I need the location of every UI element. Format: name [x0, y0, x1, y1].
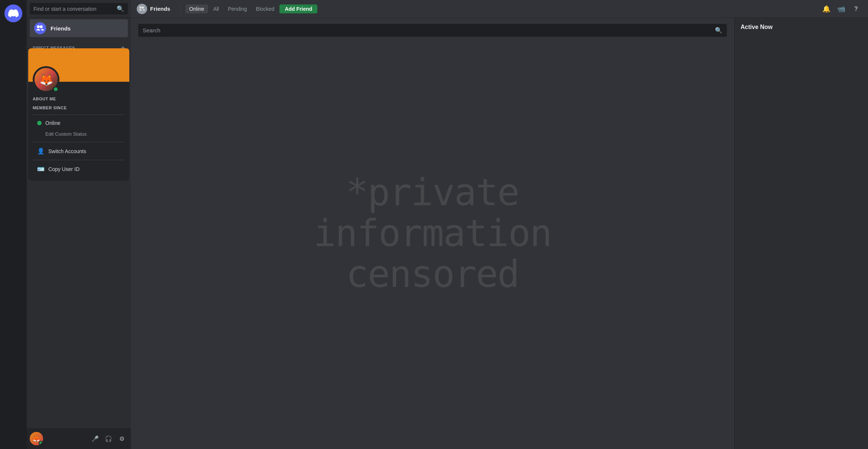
member-since-section: MEMBER SINCE	[33, 106, 125, 110]
settings-button[interactable]: ⚙	[116, 433, 128, 445]
notification-bell-icon: 🔔	[822, 5, 830, 13]
tab-pending[interactable]: Pending	[224, 4, 250, 13]
copy-user-id-item[interactable]: 🪪 Copy User ID	[33, 162, 125, 176]
profile-banner: 🦊	[28, 48, 129, 82]
online-label: Online	[45, 120, 60, 126]
deafen-button[interactable]: 🎧	[103, 433, 114, 445]
switch-accounts-label: Switch Accounts	[48, 148, 86, 154]
deafen-icon: 🎧	[105, 435, 112, 442]
server-bar	[0, 0, 27, 449]
main-content: Friends Online All Pending Blocked Add F…	[131, 0, 868, 449]
user-bar-online-dot	[39, 441, 43, 445]
online-status-menu-item[interactable]: Online	[33, 116, 125, 130]
friends-list-area: 🔍 *private information censored	[131, 18, 734, 449]
video-button[interactable]: 📹	[835, 3, 847, 15]
menu-divider-3	[33, 160, 125, 160]
online-status-dot	[53, 86, 59, 92]
nav-title: Friends	[150, 6, 170, 12]
search-input-wrapper[interactable]: 🔍	[30, 3, 128, 14]
tab-add-friend[interactable]: Add Friend	[279, 4, 317, 13]
notification-bell-button[interactable]: 🔔	[820, 3, 832, 15]
search-friends-bar: 🔍	[138, 24, 727, 37]
about-me-label: ABOUT ME	[33, 97, 125, 101]
friends-label: Friends	[51, 25, 71, 32]
video-icon: 📹	[837, 5, 845, 13]
private-info-overlay: *private information censored	[131, 18, 734, 449]
online-indicator	[37, 121, 42, 125]
copy-user-id-icon: 🪪	[37, 165, 45, 172]
search-friends-input[interactable]	[143, 27, 712, 33]
tab-online[interactable]: Online	[185, 4, 208, 13]
profile-avatar-wrapper: 🦊	[33, 66, 59, 93]
private-text: *private information censored	[314, 172, 551, 295]
friends-icon	[34, 22, 46, 34]
about-me-section: ABOUT ME	[33, 97, 125, 101]
nav-icons: 🔔 📹 ?	[820, 3, 862, 15]
menu-divider-1	[33, 114, 125, 115]
search-bar-container: 🔍	[27, 0, 131, 18]
copy-user-id-label: Copy User ID	[48, 166, 80, 172]
tab-all[interactable]: All	[210, 4, 223, 13]
user-bar-avatar: 🦊	[30, 432, 43, 445]
nav-divider	[181, 4, 181, 13]
help-button[interactable]: ?	[850, 3, 862, 15]
sidebar: 🔍 Friends DIRECT MESSAGES + 🦊 ABOUT	[27, 0, 131, 449]
menu-divider-2	[33, 142, 125, 142]
friends-content: 🔍 *private information censored Active N…	[131, 18, 868, 449]
profile-body: ABOUT ME MEMBER SINCE Online Edit Custom…	[28, 82, 129, 181]
mute-button[interactable]: 🎤	[89, 433, 101, 445]
top-nav: Friends Online All Pending Blocked Add F…	[131, 0, 868, 18]
active-now-panel: Active Now	[734, 18, 868, 449]
nav-friends-icon	[137, 4, 147, 14]
edit-custom-status[interactable]: Edit Custom Status	[33, 130, 125, 140]
discord-logo[interactable]	[4, 4, 22, 22]
user-bar-actions: 🎤 🎧 ⚙	[89, 433, 128, 445]
search-friends-icon: 🔍	[715, 27, 722, 34]
member-since-label: MEMBER SINCE	[33, 106, 125, 110]
user-bar: 🦊 🎤 🎧 ⚙	[27, 428, 131, 449]
search-input[interactable]	[33, 6, 114, 12]
active-now-title: Active Now	[741, 24, 862, 30]
search-icon: 🔍	[117, 5, 124, 12]
switch-accounts-icon: 👤	[37, 148, 45, 155]
mute-icon: 🎤	[91, 435, 99, 442]
sidebar-item-friends[interactable]: Friends	[30, 19, 128, 37]
tab-blocked[interactable]: Blocked	[252, 4, 278, 13]
help-icon: ?	[854, 6, 858, 12]
settings-icon: ⚙	[119, 435, 124, 442]
profile-panel: 🦊 ABOUT ME MEMBER SINCE Online Edit Cust…	[28, 48, 129, 181]
switch-accounts-item[interactable]: 👤 Switch Accounts	[33, 144, 125, 158]
